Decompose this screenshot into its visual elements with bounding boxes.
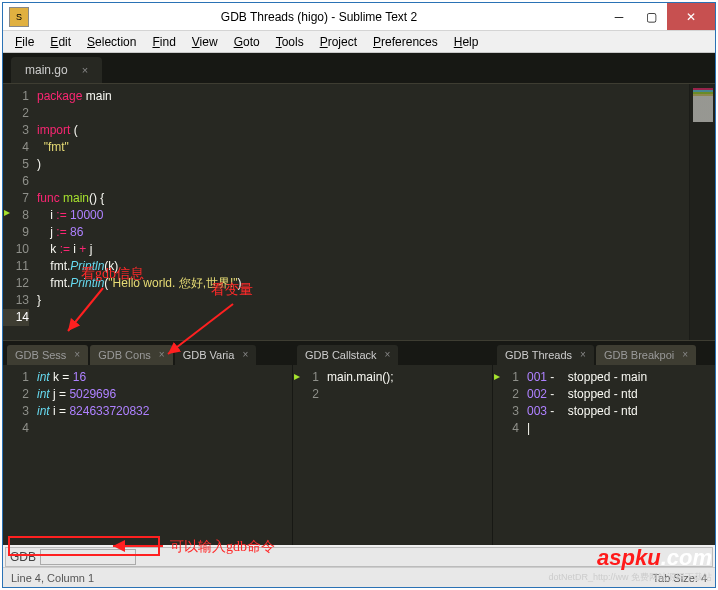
minimize-button[interactable]: ─ xyxy=(603,3,635,30)
tab-label: main.go xyxy=(25,63,68,77)
menu-edit[interactable]: Edit xyxy=(42,33,79,51)
close-button[interactable]: ✕ xyxy=(667,3,715,30)
close-icon[interactable]: × xyxy=(82,64,88,76)
gdb-callstack-pane[interactable]: 12 main.main(); ▸ xyxy=(293,365,492,545)
svg-line-0 xyxy=(68,288,103,331)
menu-view[interactable]: View xyxy=(184,33,226,51)
callstack-marker: ▸ xyxy=(294,371,304,381)
arrow-icon xyxy=(108,538,168,554)
svg-line-1 xyxy=(168,304,233,354)
minimap[interactable] xyxy=(689,84,715,340)
menu-preferences[interactable]: Preferences xyxy=(365,33,446,51)
titlebar[interactable]: S GDB Threads (higo) - Sublime Text 2 ─ … xyxy=(3,3,715,31)
gdb-variables-pane[interactable]: 1234 int k = 16int j = 5029696int i = 82… xyxy=(3,365,292,545)
main-tabs: main.go × xyxy=(3,53,715,83)
menu-find[interactable]: Find xyxy=(144,33,183,51)
gdb-label: GDB xyxy=(6,550,40,564)
statusbar: Line 4, Column 1 Tab Size: 4 xyxy=(3,567,715,587)
window-controls: ─ ▢ ✕ xyxy=(603,3,715,30)
arrow-icon xyxy=(63,283,153,353)
menu-selection[interactable]: Selection xyxy=(79,33,144,51)
menu-project[interactable]: Project xyxy=(312,33,365,51)
pane-tab-gdb-callstack[interactable]: GDB Callstack× xyxy=(297,345,398,365)
close-icon[interactable]: × xyxy=(682,349,688,360)
pane-tab-gdb-threads[interactable]: GDB Threads× xyxy=(497,345,594,365)
window-title: GDB Threads (higo) - Sublime Text 2 xyxy=(35,10,603,24)
menubar: FileEditSelectionFindViewGotoToolsProjec… xyxy=(3,31,715,53)
menu-file[interactable]: File xyxy=(7,33,42,51)
menu-help[interactable]: Help xyxy=(446,33,487,51)
close-icon[interactable]: × xyxy=(580,349,586,360)
menu-tools[interactable]: Tools xyxy=(268,33,312,51)
status-tabsize[interactable]: Tab Size: 4 xyxy=(653,572,707,584)
close-icon[interactable]: × xyxy=(385,349,391,360)
menu-goto[interactable]: Goto xyxy=(226,33,268,51)
app-icon: S xyxy=(9,7,29,27)
maximize-button[interactable]: ▢ xyxy=(635,3,667,30)
app-window: S GDB Threads (higo) - Sublime Text 2 ─ … xyxy=(2,2,716,588)
gdb-threads-pane[interactable]: 1234 001 - stopped - main002 - stopped -… xyxy=(493,365,715,545)
thread-marker: ▸ xyxy=(494,371,504,381)
status-cursor: Line 4, Column 1 xyxy=(11,572,94,584)
breakpoint-marker: ▸ xyxy=(4,207,14,217)
mid-pane-tabs: GDB Callstack× xyxy=(293,341,492,365)
tab-main-go[interactable]: main.go × xyxy=(11,57,102,83)
pane-tab-gdb-breakpoi[interactable]: GDB Breakpoi× xyxy=(596,345,696,365)
arrow-icon xyxy=(153,299,253,369)
editor-area: main.go × 1234567891011121314 package ma… xyxy=(3,53,715,545)
right-pane-tabs: GDB Threads×GDB Breakpoi× xyxy=(493,341,715,365)
